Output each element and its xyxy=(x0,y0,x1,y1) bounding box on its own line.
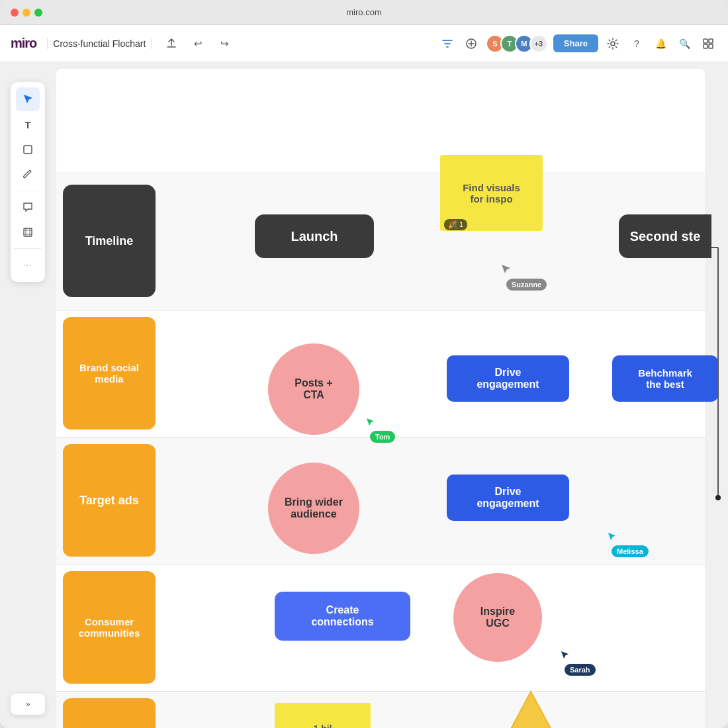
node-bring-wider[interactable]: Bring wideraudience xyxy=(268,463,359,554)
side-toolbar: T xyxy=(11,82,45,282)
node-bring-experts-container[interactable]: Bringin theexperts xyxy=(480,688,582,728)
traffic-lights xyxy=(11,9,42,17)
node-subscribers[interactable]: 1 bilsubscribersmin xyxy=(275,703,371,728)
svg-rect-7 xyxy=(24,228,32,236)
redo-button[interactable]: ↪ xyxy=(215,34,234,53)
node-second-step[interactable]: Second ste xyxy=(619,214,711,258)
swimlane-label-consumer: Consumer communities xyxy=(63,571,156,684)
svg-rect-3 xyxy=(709,39,713,43)
svg-rect-4 xyxy=(704,44,707,48)
close-button[interactable] xyxy=(11,9,19,17)
svg-rect-2 xyxy=(704,39,707,43)
help-icon[interactable]: ? xyxy=(627,34,646,53)
swimlane-label-youtube: Youtube streamers xyxy=(63,698,156,728)
undo-button[interactable]: ↩ xyxy=(189,34,207,53)
sticky-tool[interactable] xyxy=(16,138,40,161)
cursor-label-melissa: Melissa xyxy=(612,545,649,557)
menu-icon[interactable] xyxy=(699,34,717,53)
node-create-connections[interactable]: Createconnections xyxy=(275,592,410,641)
svg-point-1 xyxy=(611,42,615,46)
more-tools[interactable]: ··· xyxy=(16,253,40,277)
maximize-button[interactable] xyxy=(34,9,42,17)
avatar-group: S T M +3 xyxy=(486,34,548,53)
cursor-melissa: Melissa xyxy=(608,532,615,544)
main-toolbar: miro Cross-functial Flochart ↩ ↪ xyxy=(0,25,728,62)
settings-icon[interactable] xyxy=(604,34,622,53)
node-inspire-ugc[interactable]: InspireUGC xyxy=(453,573,542,662)
svg-rect-5 xyxy=(709,44,713,48)
text-tool[interactable]: T xyxy=(16,113,40,136)
node-launch[interactable]: Launch xyxy=(255,214,374,258)
frame-tool[interactable] xyxy=(16,220,40,244)
cursor-suzanne: Suzanne xyxy=(501,264,510,277)
window-frame: miro.com miro Cross-functial Flochart ↩ … xyxy=(0,0,728,728)
cursor-label-suzanne: Suzanne xyxy=(506,279,547,291)
swimlane-label-timeline: Timeline xyxy=(63,185,156,297)
svg-point-23 xyxy=(715,495,721,500)
node-drive-engagement-2[interactable]: Driveengagement xyxy=(447,475,569,521)
add-cursor-icon[interactable] xyxy=(462,34,480,53)
cursor-tom: Tom xyxy=(366,418,374,430)
cursor-label-tom: Tom xyxy=(370,431,395,443)
share-button[interactable]: Share xyxy=(553,34,598,52)
svg-rect-6 xyxy=(24,146,32,154)
miro-logo[interactable]: miro xyxy=(11,36,36,51)
window-title: miro.com xyxy=(346,7,381,17)
board-title[interactable]: Cross-functial Flochart xyxy=(47,38,152,49)
upload-button[interactable] xyxy=(162,34,181,53)
notification-icon[interactable]: 🔔 xyxy=(651,34,670,53)
swimlane-label-brand: Brand social media xyxy=(63,317,156,430)
cursor-sarah: Sarah xyxy=(561,651,569,662)
node-benchmark[interactable]: Behchmarkthe best xyxy=(612,355,718,402)
title-bar: miro.com xyxy=(0,0,728,25)
filter-icon[interactable] xyxy=(438,34,457,53)
canvas-area[interactable]: T xyxy=(0,62,728,728)
minimize-button[interactable] xyxy=(23,9,30,17)
pen-tool[interactable] xyxy=(16,163,40,187)
swimlane-label-target: Target ads xyxy=(63,444,156,557)
node-posts-cta[interactable]: Posts +CTA xyxy=(268,343,359,435)
search-icon[interactable]: 🔍 xyxy=(675,34,694,53)
cursor-label-sarah: Sarah xyxy=(565,664,596,676)
node-drive-engagement-1[interactable]: Driveengagement xyxy=(447,355,569,402)
board: Timeline Brand social media Target ads C… xyxy=(56,69,705,711)
cursor-tool[interactable] xyxy=(16,87,40,111)
comment-tool[interactable] xyxy=(16,195,40,219)
svg-marker-31 xyxy=(483,692,579,728)
sticky-reaction: 🎉 1 xyxy=(444,219,467,230)
panel-toggle[interactable]: » xyxy=(11,694,45,715)
avatar-count: +3 xyxy=(529,34,548,53)
triangle-svg xyxy=(480,688,582,728)
